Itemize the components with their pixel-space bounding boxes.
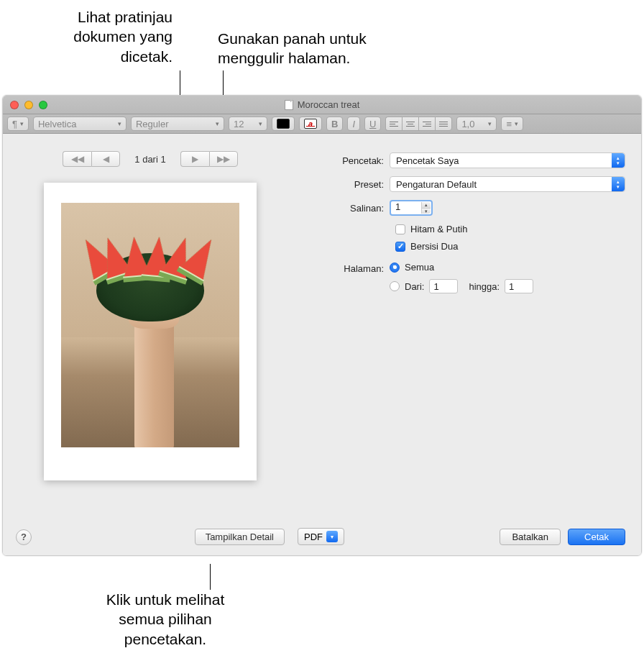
titlebar: Moroccan treat [3,96,641,114]
last-page-button[interactable]: ▶▶ [209,151,238,167]
format-toolbar: ¶▾ Helvetica▾ Reguler▾ 12▾ a B I U 1,0▾ … [3,114,641,134]
print-button[interactable]: Cetak [568,529,625,545]
twosided-checkbox[interactable] [395,242,405,252]
italic-button[interactable]: I [347,117,360,131]
page-navigation: ◀◀ ◀ 1 dari 1 ▶ ▶▶ [63,151,237,167]
preset-select[interactable]: Pengaturan Default [390,176,625,192]
app-window: Moroccan treat ¶▾ Helvetica▾ Reguler▾ 12… [2,95,642,556]
printer-label: Pencetak: [319,155,390,166]
twosided-label: Bersisi Dua [410,241,458,252]
pages-range-radio[interactable] [390,281,400,291]
prev-page-button[interactable]: ◀ [91,151,120,167]
preset-row: Preset: Pengaturan Default [319,176,625,192]
underline-button[interactable]: U [364,117,381,131]
print-options-pane: Pencetak: Pencetak Saya Preset: Pengatur… [298,134,641,555]
show-details-button[interactable]: Tampilkan Detail [195,529,285,545]
pages-all-radio[interactable] [390,263,400,273]
window-title: Moroccan treat [3,99,641,110]
document-icon [285,100,293,110]
paragraph-style-select[interactable]: ¶▾ [7,117,29,131]
page-preview [44,183,257,480]
pages-from-input[interactable]: 1 [429,279,458,293]
help-button[interactable]: ? [16,529,32,545]
bw-label: Hitam & Putih [410,224,467,234]
pages-to-label: hingga: [469,281,500,292]
text-color-button[interactable] [272,117,295,131]
chevron-down-icon: ▾ [326,531,338,542]
first-page-button[interactable]: ◀◀ [63,151,91,167]
printer-select[interactable]: Pencetak Saya [390,152,625,168]
print-dialog: ◀◀ ◀ 1 dari 1 ▶ ▶▶ [3,134,641,555]
bw-checkbox[interactable] [395,224,405,234]
alignment-group [385,117,452,131]
list-style-select[interactable]: ≡▾ [501,117,523,131]
prev-page-group: ◀◀ ◀ [63,151,120,167]
align-center-button[interactable] [402,117,418,131]
font-family-select[interactable]: Helvetica▾ [33,117,126,131]
copies-label: Salinan: [319,203,390,214]
callout-preview: Lihat pratinjau dokumen yang dicetak. [7,7,172,66]
bw-checkbox-row: Hitam & Putih [395,224,625,234]
align-right-button[interactable] [418,117,435,131]
next-page-button[interactable]: ▶ [180,151,209,167]
pages-label: Halaman: [319,262,390,300]
copies-stepper[interactable]: ▴▾ [421,202,431,214]
cancel-button[interactable]: Batalkan [500,529,561,545]
twosided-checkbox-row: Bersisi Dua [395,241,625,252]
preset-label: Preset: [319,179,390,190]
preview-pane: ◀◀ ◀ 1 dari 1 ▶ ▶▶ [3,134,298,555]
align-justify-button[interactable] [435,117,452,131]
font-style-select[interactable]: Reguler▾ [131,117,224,131]
preview-footer: ? Tampilkan Detail [3,529,298,545]
pages-from-label: Dari: [405,281,424,292]
pages-to-input[interactable]: 1 [505,279,533,293]
bold-button[interactable]: B [326,117,343,131]
document-photo [61,203,239,447]
callout-line [210,564,211,590]
dialog-footer: PDF ▾ Batalkan Cetak [298,528,625,545]
pages-all-label: Semua [405,262,434,273]
pdf-menu-button[interactable]: PDF ▾ [298,528,344,545]
align-left-button[interactable] [385,117,402,131]
highlight-color-button[interactable]: a [299,117,322,131]
copies-input[interactable]: 1 ▴▾ [390,200,433,216]
callout-details: Klik untuk melihat semua pilihan penceta… [79,590,252,649]
pages-all-row: Semua [390,262,533,273]
font-size-select[interactable]: 12▾ [229,117,267,131]
callout-arrows: Gunakan panah untuk menggulir halaman. [218,29,405,68]
next-page-group: ▶ ▶▶ [180,151,238,167]
printer-row: Pencetak: Pencetak Saya [319,152,625,168]
copies-row: Salinan: 1 ▴▾ [319,200,625,216]
page-indicator: 1 dari 1 [134,154,165,165]
line-spacing-select[interactable]: 1,0▾ [456,117,497,131]
pages-range-row: Dari: 1 hingga: 1 [390,279,533,293]
